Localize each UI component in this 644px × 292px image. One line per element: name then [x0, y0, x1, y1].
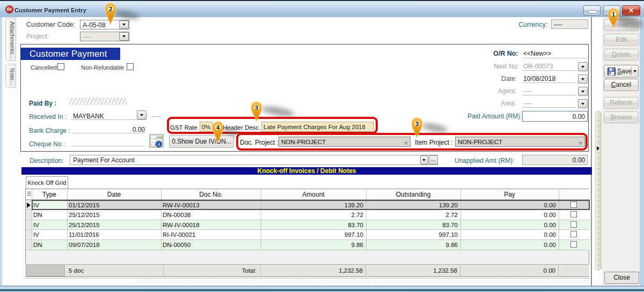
svg-text:7 = 8: 7 = 8: [151, 144, 156, 146]
svg-text:2 048: 2 048: [157, 136, 163, 139]
svg-text:1: 1: [612, 11, 615, 18]
svg-text:3: 3: [415, 121, 419, 127]
svg-text:2: 2: [109, 6, 112, 12]
svg-text:4: 4: [216, 124, 220, 131]
svg-text:3: 3: [255, 104, 258, 111]
